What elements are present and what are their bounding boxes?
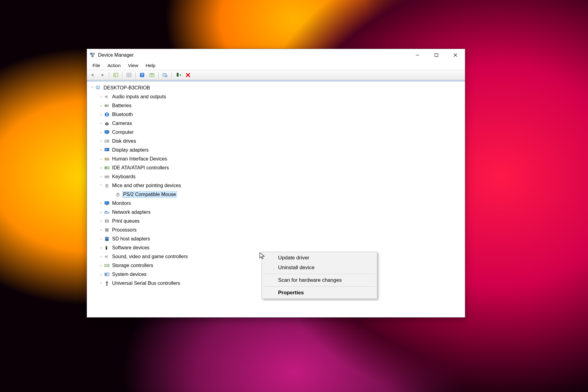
spacer bbox=[110, 192, 115, 197]
chevron-right-icon[interactable]: › bbox=[99, 228, 104, 232]
svg-point-32 bbox=[106, 123, 107, 124]
chevron-right-icon[interactable]: › bbox=[99, 245, 104, 250]
update-driver-button[interactable] bbox=[147, 71, 156, 79]
context-menu-item[interactable]: Update driver bbox=[263, 253, 376, 263]
ide-icon bbox=[104, 165, 110, 171]
window-title: Device Manager bbox=[98, 52, 134, 58]
printer-icon bbox=[104, 218, 110, 224]
tree-category[interactable]: › IDE ATA/ATAPI controllers bbox=[88, 163, 464, 172]
chevron-down-icon[interactable]: ﹀ bbox=[99, 183, 104, 188]
forward-button[interactable] bbox=[98, 71, 107, 79]
svg-rect-33 bbox=[106, 122, 107, 123]
category-label: Bluetooth bbox=[111, 111, 134, 118]
chevron-right-icon[interactable]: › bbox=[99, 272, 104, 277]
disk-icon bbox=[104, 138, 110, 144]
menu-view[interactable]: View bbox=[124, 62, 142, 69]
titlebar[interactable]: Device Manager bbox=[87, 49, 465, 61]
properties-button[interactable] bbox=[124, 71, 134, 79]
svg-rect-53 bbox=[106, 205, 108, 205]
chevron-right-icon[interactable]: › bbox=[99, 112, 104, 117]
chevron-right-icon[interactable]: › bbox=[99, 210, 104, 215]
chevron-right-icon[interactable]: › bbox=[99, 121, 104, 126]
svg-rect-54 bbox=[105, 212, 109, 213]
chevron-right-icon[interactable]: › bbox=[99, 103, 104, 108]
tree-category[interactable]: › Human Interface Devices bbox=[88, 154, 464, 163]
context-menu-item[interactable]: Uninstall device bbox=[263, 263, 376, 273]
svg-rect-18 bbox=[163, 74, 166, 76]
chevron-right-icon[interactable]: › bbox=[99, 139, 104, 144]
chevron-right-icon[interactable]: › bbox=[99, 94, 104, 99]
svg-point-66 bbox=[108, 265, 108, 266]
add-hardware-button[interactable]: + bbox=[174, 71, 183, 79]
svg-rect-25 bbox=[97, 89, 99, 89]
toolbar: ? + bbox=[87, 70, 465, 80]
svg-rect-20 bbox=[177, 73, 179, 77]
usb-icon bbox=[104, 280, 110, 286]
chevron-right-icon[interactable]: › bbox=[99, 236, 104, 241]
chevron-right-icon[interactable]: › bbox=[99, 263, 104, 268]
category-label: Storage controllers bbox=[111, 262, 154, 269]
context-menu-item[interactable]: Scan for hardware changes bbox=[263, 275, 376, 285]
tree-category[interactable]: › Software devices bbox=[88, 243, 464, 252]
svg-rect-55 bbox=[105, 211, 107, 212]
svg-rect-10 bbox=[114, 74, 116, 76]
show-hidden-button[interactable] bbox=[111, 71, 120, 79]
uninstall-button[interactable] bbox=[183, 71, 193, 79]
chevron-right-icon[interactable]: › bbox=[99, 281, 104, 286]
tree-category[interactable]: › Print queues bbox=[88, 217, 464, 225]
svg-rect-57 bbox=[106, 220, 108, 221]
scan-hardware-button[interactable] bbox=[160, 71, 170, 79]
menubar: File Action View Help bbox=[87, 61, 465, 70]
menu-help[interactable]: Help bbox=[142, 62, 159, 69]
help-button[interactable]: ? bbox=[138, 71, 147, 79]
tree-category[interactable]: › Computer bbox=[88, 128, 464, 137]
svg-rect-0 bbox=[90, 53, 92, 55]
tree-category[interactable]: › Cameras bbox=[88, 119, 464, 128]
maximize-button[interactable] bbox=[427, 49, 446, 61]
chevron-right-icon[interactable]: › bbox=[99, 156, 104, 161]
tree-root[interactable]: ﹀ DESKTOP-B3CRIOB bbox=[88, 83, 464, 92]
keyboard-icon bbox=[104, 174, 110, 180]
tree-category[interactable]: › Audio inputs and outputs bbox=[88, 92, 464, 101]
chevron-right-icon[interactable]: › bbox=[99, 130, 104, 135]
tree-device[interactable]: PS/2 Compatible Mouse bbox=[88, 190, 464, 199]
context-menu-item[interactable]: Properties bbox=[263, 288, 376, 298]
toolbar-separator bbox=[109, 72, 109, 78]
tree-category[interactable]: ﹀ Mice and other pointing devices bbox=[88, 181, 464, 190]
back-button[interactable] bbox=[88, 71, 97, 79]
category-label: Keyboards bbox=[111, 174, 136, 180]
storage-icon bbox=[104, 262, 110, 269]
category-label: Batteries bbox=[111, 103, 132, 109]
minimize-button[interactable] bbox=[408, 49, 427, 61]
svg-rect-1 bbox=[93, 53, 95, 55]
chevron-right-icon[interactable]: › bbox=[99, 201, 104, 206]
computer-icon bbox=[95, 85, 102, 91]
chevron-right-icon[interactable]: › bbox=[99, 165, 104, 170]
chevron-right-icon[interactable]: › bbox=[99, 254, 104, 259]
mouse-icon bbox=[115, 191, 121, 198]
category-label: Mice and other pointing devices bbox=[111, 183, 182, 189]
category-label: Computer bbox=[111, 129, 134, 135]
network-icon bbox=[104, 209, 110, 215]
menu-file[interactable]: File bbox=[89, 62, 104, 69]
tree-category[interactable]: › Monitors bbox=[88, 199, 464, 208]
chevron-right-icon[interactable]: › bbox=[99, 219, 104, 224]
tree-category[interactable]: › Display adapters bbox=[88, 145, 464, 154]
tree-category[interactable]: › SD host adapters bbox=[88, 234, 464, 243]
tree-category[interactable]: › Processors bbox=[88, 225, 464, 234]
display-icon bbox=[104, 147, 110, 153]
tree-category[interactable]: › Bluetooth bbox=[88, 110, 464, 119]
tree-category[interactable]: › Disk drives bbox=[88, 137, 464, 145]
chevron-right-icon[interactable]: › bbox=[99, 148, 104, 153]
chevron-down-icon[interactable]: ﹀ bbox=[90, 85, 95, 90]
monitor-icon bbox=[104, 129, 110, 135]
category-label: Display adapters bbox=[111, 147, 149, 153]
toolbar-separator bbox=[122, 72, 123, 78]
close-button[interactable] bbox=[446, 49, 465, 61]
tree-category[interactable]: › Batteries bbox=[88, 101, 464, 110]
category-label: Software devices bbox=[111, 245, 150, 251]
tree-category[interactable]: › Keyboards bbox=[88, 172, 464, 181]
menu-action[interactable]: Action bbox=[104, 62, 124, 69]
tree-category[interactable]: › Network adapters bbox=[88, 208, 464, 217]
chevron-right-icon[interactable]: › bbox=[99, 174, 104, 179]
